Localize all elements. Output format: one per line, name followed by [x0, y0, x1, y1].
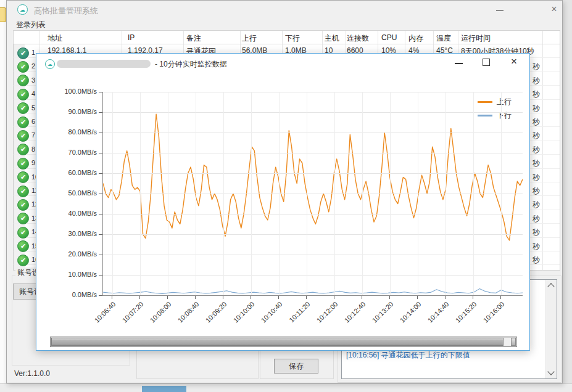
- v-gridline: [307, 92, 307, 295]
- row-status-check-icon: ✔: [17, 240, 29, 252]
- h-gridline: [103, 234, 523, 235]
- monitor-dialog: ☁ - 10分钟实时监控数据 × 上行下行 100.0MB/s90.0MB/s8…: [36, 53, 530, 351]
- v-gridline: [473, 92, 474, 295]
- row-status-check-icon: ✔: [17, 116, 29, 128]
- column-header-4[interactable]: 上行: [242, 33, 257, 44]
- y-tick-label: 50.0MB/s: [41, 189, 97, 197]
- v-gridline: [362, 92, 363, 295]
- h-gridline: [103, 112, 523, 113]
- y-tick-label: 0.0MB/s: [41, 291, 97, 298]
- legend-label: 上行: [497, 97, 512, 107]
- y-tick-label: 40.0MB/s: [41, 210, 97, 217]
- row-status-check-icon: ✔: [17, 47, 29, 59]
- dialog-horizontal-scrollbar[interactable]: [50, 337, 517, 347]
- column-header-8[interactable]: CPU: [381, 33, 397, 42]
- legend-item: 上行: [478, 97, 512, 107]
- close-button[interactable]: ×: [545, 1, 563, 19]
- main-window-title: 高恪批量管理系统: [34, 6, 98, 17]
- y-tick-mark: [99, 133, 102, 133]
- y-tick-label: 20.0MB/s: [41, 250, 97, 258]
- uptime-suffix: 秒: [533, 242, 540, 252]
- v-gridline: [168, 92, 168, 295]
- dialog-maximize-button[interactable]: [476, 54, 497, 71]
- x-tick-mark: [334, 296, 334, 299]
- x-tick-mark: [389, 296, 390, 299]
- y-tick-label: 60.0MB/s: [41, 169, 97, 176]
- row-status-check-icon: ✔: [17, 158, 29, 169]
- column-header-6[interactable]: 主机: [325, 33, 339, 44]
- x-tick-mark: [251, 296, 251, 299]
- row-status-check-icon: ✔: [17, 186, 29, 197]
- v-gridline: [390, 92, 391, 295]
- column-header-7[interactable]: 连接数: [347, 33, 369, 44]
- legend-swatch: [478, 115, 492, 116]
- dialog-close-button[interactable]: ×: [503, 54, 525, 71]
- log-scrollbar[interactable]: [545, 280, 557, 378]
- v-gridline: [251, 92, 252, 295]
- scrollbar-end-cap[interactable]: [511, 338, 516, 346]
- uptime-suffix: 秒: [533, 117, 540, 128]
- h-gridline: [103, 173, 523, 174]
- row-status-check-icon: ✔: [17, 89, 29, 100]
- dialog-minimize-button[interactable]: [449, 54, 470, 71]
- column-header-11[interactable]: 运行时间: [461, 33, 491, 44]
- x-tick-mark: [362, 296, 362, 299]
- v-gridline: [446, 92, 446, 295]
- legend-swatch: [478, 101, 492, 103]
- series-line-下行: [103, 288, 523, 293]
- uptime-suffix: 秒: [533, 214, 540, 224]
- h-gridline: [103, 275, 523, 276]
- y-tick-mark: [99, 92, 102, 92]
- uptime-suffix: 秒: [533, 186, 540, 197]
- version-label: Ver:1.1.0.0: [14, 369, 50, 378]
- x-tick-mark: [445, 296, 446, 299]
- uptime-suffix: 秒: [533, 131, 540, 141]
- column-header-2[interactable]: IP: [128, 33, 135, 42]
- y-tick-label: 30.0MB/s: [41, 230, 97, 237]
- y-tick-label: 90.0MB/s: [41, 108, 97, 115]
- save-button[interactable]: 保存: [274, 359, 318, 374]
- row-status-check-icon: ✔: [17, 102, 29, 114]
- desktop-right-edge: [563, 0, 572, 383]
- h-gridline: [103, 214, 523, 214]
- column-header-1[interactable]: 地址: [48, 33, 62, 44]
- h-gridline: [103, 194, 523, 194]
- h-gridline: [103, 92, 523, 92]
- v-gridline: [112, 92, 113, 295]
- cloud-icon: ☁: [45, 59, 55, 69]
- y-tick-mark: [99, 275, 102, 276]
- y-tick-label: 70.0MB/s: [41, 149, 97, 156]
- main-titlebar[interactable]: ☁ 高恪批量管理系统 ×: [7, 1, 562, 19]
- log-line: [10:16:56] 寻通花园低于上行的下限值: [346, 350, 470, 361]
- uptime-suffix: 秒: [533, 76, 540, 86]
- scroll-down-icon[interactable]: [547, 368, 554, 375]
- row-status-check-icon: ✔: [17, 61, 29, 73]
- v-gridline: [196, 92, 196, 295]
- dialog-title: - 10分钟实时监控数据: [155, 59, 227, 70]
- column-header-5[interactable]: 下行: [285, 33, 300, 44]
- y-tick-mark: [99, 194, 102, 194]
- column-header-9[interactable]: 内存: [408, 33, 423, 44]
- header-underline: [14, 44, 560, 44]
- uptime-suffix: 秒: [533, 89, 540, 100]
- row-status-check-icon: ✔: [17, 199, 29, 211]
- x-tick-mark: [306, 296, 307, 299]
- h-gridline: [103, 153, 523, 153]
- login-list-group-label: 登录列表: [14, 20, 48, 30]
- column-header-10[interactable]: 温度: [436, 33, 451, 44]
- v-gridline: [418, 92, 418, 295]
- v-gridline: [223, 92, 224, 295]
- x-tick-mark: [500, 296, 501, 299]
- x-tick-mark: [139, 296, 140, 299]
- scroll-up-icon[interactable]: [547, 283, 554, 290]
- desktop-bottom-strip: [0, 383, 572, 392]
- y-tick-label: 100.0MB/s: [41, 88, 97, 95]
- y-tick-mark: [99, 295, 102, 296]
- screen: ☁ 高恪批量管理系统 × 登录列表 地址IP备注上行下行主机连接数CPU内存温度…: [0, 0, 572, 392]
- y-tick-label: 80.0MB/s: [41, 128, 97, 136]
- taskbar-fragment: [142, 386, 186, 392]
- y-tick-label: 10.0MB/s: [41, 271, 97, 278]
- y-tick-mark: [99, 214, 102, 214]
- minimize-button[interactable]: [489, 1, 510, 19]
- column-header-3[interactable]: 备注: [186, 33, 201, 44]
